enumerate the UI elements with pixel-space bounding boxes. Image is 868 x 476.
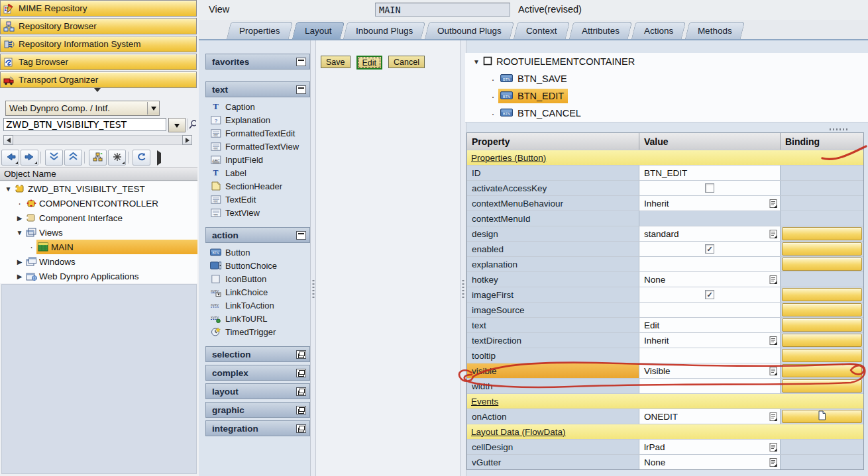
binding-button-tooltip[interactable] — [782, 349, 862, 362]
tab-inbound-plugs[interactable]: Inbound Plugs — [343, 22, 426, 39]
element-tree-item-btn-edit[interactable]: ·BTNBTN_EDIT — [465, 87, 868, 105]
property-row-context-menu-behaviour[interactable]: contextMenuBehaviourInherit — [467, 195, 863, 211]
element-tree-root[interactable]: ▼ROOTUIELEMENTCONTAINER — [465, 53, 868, 70]
palette-item-icon-button[interactable]: IconButton — [205, 272, 310, 285]
restore-icon[interactable] — [296, 424, 306, 433]
nav-button-repository-browser[interactable]: Repository Browser — [0, 18, 197, 34]
find-icon[interactable] — [188, 119, 198, 130]
restore-icon[interactable] — [296, 387, 306, 396]
tab-outbound-plugs[interactable]: Outbound Plugs — [425, 22, 514, 39]
tree-expanded-icon[interactable]: ▼ — [15, 229, 25, 236]
palette-item-text-view[interactable]: TTTextView — [205, 206, 310, 219]
property-row-enabled[interactable]: enabled✓ — [467, 241, 863, 256]
checkbox-checked-icon[interactable]: ✓ — [705, 244, 714, 254]
property-row-context-menu-id[interactable]: contextMenuId — [467, 211, 863, 226]
splitter-grip-icon[interactable] — [312, 280, 314, 299]
minimize-icon[interactable] — [296, 85, 306, 94]
property-value-context-menu-id[interactable] — [639, 211, 781, 226]
property-value-tooltip[interactable] — [639, 348, 781, 363]
tree-item-component interface[interactable]: ▶Component Interface — [0, 211, 197, 225]
tab-methods[interactable]: Methods — [685, 22, 745, 39]
checkbox-unchecked-icon[interactable] — [705, 183, 714, 193]
tree-item-componentcontroller[interactable]: ·COMPONENTCONTROLLER — [0, 196, 197, 211]
property-value-activate-access-key[interactable] — [639, 181, 781, 195]
property-value-on-action[interactable]: ONEDIT — [639, 409, 781, 424]
property-value-id[interactable]: BTN_EDIT — [639, 166, 781, 180]
scrollbar-track[interactable] — [13, 135, 182, 145]
palette-section-graphic[interactable]: graphic — [205, 402, 310, 418]
property-value-image-first[interactable]: ✓ — [639, 287, 781, 302]
splitter-grip-icon[interactable] — [462, 280, 464, 299]
tab-layout[interactable]: Layout — [292, 22, 344, 39]
property-value-explanation[interactable] — [639, 257, 781, 271]
binding-button-explanation[interactable] — [782, 258, 862, 271]
value-help-icon[interactable] — [769, 442, 778, 454]
restore-icon[interactable] — [296, 369, 306, 377]
palette-item-explanation[interactable]: ?Explanation — [205, 113, 310, 126]
tree-collapsed-icon[interactable]: ▶ — [15, 273, 25, 280]
minimize-icon[interactable] — [296, 231, 306, 240]
property-row-cell-design[interactable]: cellDesignlrPad — [467, 439, 863, 454]
palette-item-section-header[interactable]: SectionHeader — [205, 179, 310, 193]
palette-section-integration[interactable]: integration — [205, 420, 310, 436]
palette-splitter[interactable] — [310, 40, 316, 476]
property-value-image-source[interactable] — [639, 303, 781, 317]
tree-collapsed-icon[interactable]: ▶ — [15, 214, 25, 222]
palette-item-formatted-text-edit[interactable]: TTFormattedTextEdit — [205, 126, 310, 140]
minimize-icon[interactable] — [296, 58, 306, 66]
palette-item-timed-trigger[interactable]: TimedTrigger — [205, 325, 310, 338]
checkbox-checked-icon[interactable]: ✓ — [705, 290, 714, 299]
value-help-icon[interactable] — [769, 336, 778, 348]
palette-item-caption[interactable]: TCaption — [205, 100, 310, 113]
property-value-context-menu-behaviour[interactable]: Inherit — [639, 196, 781, 211]
tree-item-windows[interactable]: ▶Windows — [0, 254, 197, 269]
binding-button-text[interactable] — [782, 318, 862, 332]
property-row-tooltip[interactable]: tooltip — [467, 348, 863, 363]
palette-section-action[interactable]: action — [205, 227, 310, 243]
property-row-image-first[interactable]: imageFirst✓ — [467, 287, 863, 302]
value-help-icon[interactable] — [769, 275, 778, 287]
binding-button-visible[interactable] — [782, 364, 862, 377]
toolbar-overflow-button[interactable] — [154, 153, 164, 163]
binding-button-enabled[interactable] — [782, 242, 862, 256]
palette-section-complex[interactable]: complex — [205, 365, 310, 381]
property-row-text[interactable]: textEdit — [467, 317, 863, 332]
section-row-layout-data-flow-data-[interactable]: Layout Data (FlowData) — [467, 424, 863, 439]
horizontal-scrollbar[interactable] — [3, 135, 192, 145]
nav-button-repository-information-system[interactable]: Repository Information System — [0, 36, 197, 52]
property-row-width[interactable]: width — [467, 378, 863, 393]
browser-type-dropdown-button[interactable] — [147, 102, 159, 115]
palette-section-favorites[interactable]: favorites — [205, 54, 310, 70]
restore-icon[interactable] — [296, 350, 306, 359]
nav-button-transport-organizer[interactable]: Transport Organizer — [0, 71, 197, 88]
preview-save-button[interactable]: Save — [321, 56, 351, 68]
expand-all-button[interactable] — [64, 150, 82, 166]
display-options-button[interactable] — [108, 150, 126, 166]
value-help-icon[interactable] — [769, 229, 778, 241]
value-help-icon[interactable] — [769, 366, 778, 378]
property-row-explanation[interactable]: explanation — [467, 256, 863, 271]
property-value-width[interactable] — [639, 379, 781, 393]
property-row-hotkey[interactable]: hotkeyNone — [467, 271, 863, 287]
tree-item-web dynpro applications[interactable]: ▶Web Dynpro Applications — [0, 269, 197, 283]
palette-section-selection[interactable]: selection — [205, 346, 310, 362]
tree-item-views[interactable]: ▼Views — [0, 225, 197, 240]
property-value-enabled[interactable]: ✓ — [639, 242, 781, 256]
palette-item-link-to-url[interactable]: xyzyLinkToURL — [205, 312, 310, 325]
property-row-image-source[interactable]: imageSource — [467, 302, 863, 317]
property-row-visible[interactable]: visibleVisible — [467, 363, 863, 378]
property-value-hotkey[interactable]: None — [639, 272, 781, 287]
tree-item-zwd-btn-visibilty-test[interactable]: ▼ZWD_BTN_VISIBILTY_TEST — [0, 181, 197, 196]
tab-context[interactable]: Context — [514, 22, 570, 39]
property-value-design[interactable]: standard — [639, 226, 781, 241]
tree-expanded-icon[interactable]: ▼ — [3, 185, 13, 193]
value-help-icon[interactable] — [769, 457, 778, 469]
property-row-text-direction[interactable]: textDirectionInherit — [467, 332, 863, 348]
element-tree-item-btn-save[interactable]: ·BTNBTN_SAVE — [465, 70, 868, 87]
tree-item-main[interactable]: ·MAIN — [0, 240, 197, 254]
back-button[interactable] — [1, 150, 19, 166]
value-help-icon[interactable] — [769, 199, 778, 211]
binding-button-image-first[interactable] — [782, 288, 862, 301]
palette-item-formatted-text-view[interactable]: TTFormattedTextView — [205, 140, 310, 153]
refresh-button[interactable] — [133, 150, 150, 166]
